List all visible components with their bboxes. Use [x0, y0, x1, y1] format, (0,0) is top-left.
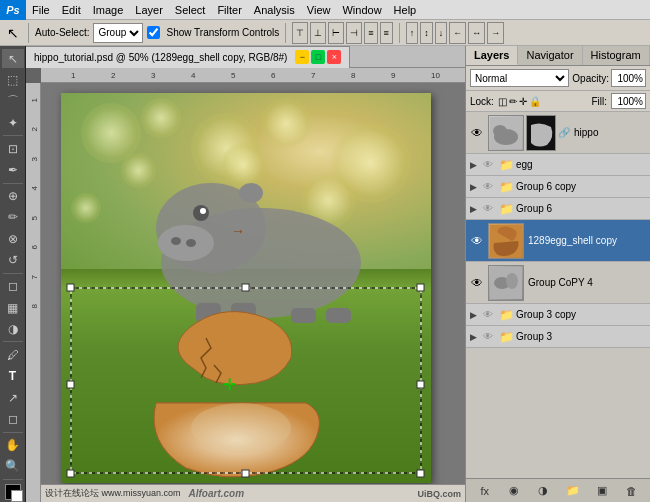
lock-transparent-icon[interactable]: ◫ [498, 96, 507, 107]
sep2 [285, 23, 286, 43]
auto-select-label: Auto-Select: [35, 27, 89, 38]
layer-group-6[interactable]: ▶ 👁 📁 Group 6 [466, 198, 650, 220]
group-arrow-3copy: ▶ [470, 310, 477, 320]
menu-layer[interactable]: Layer [129, 0, 169, 20]
layer-visibility-eggshell[interactable]: 👁 [468, 232, 486, 250]
layer-name-egg: egg [516, 159, 533, 170]
layer-mask-btn[interactable]: ◉ [504, 482, 524, 500]
canvas-tab-item[interactable]: hippo_tutorial.psd @ 50% (1289egg_shell … [26, 46, 350, 68]
layer-vis-3[interactable]: 👁 [479, 328, 497, 346]
menu-file[interactable]: File [26, 0, 56, 20]
menu-view[interactable]: View [301, 0, 337, 20]
eyedropper-tool-btn[interactable]: ✒ [2, 160, 24, 179]
layer-list[interactable]: 👁 🔗 hippo [466, 112, 650, 478]
auto-select-dropdown[interactable]: Group Layer [93, 23, 143, 43]
canvas-tab-bar: hippo_tutorial.psd @ 50% (1289egg_shell … [26, 46, 465, 68]
layer-fx-btn[interactable]: fx [475, 482, 495, 500]
image-canvas[interactable]: ✛ → [61, 93, 431, 483]
align-left-btn[interactable]: ⊣ [346, 22, 362, 44]
layer-group-6copy[interactable]: ▶ 👁 📁 Group 6 copy [466, 176, 650, 198]
align-vcenter-btn[interactable]: ⊥ [310, 22, 326, 44]
text-tool-btn[interactable]: T [2, 367, 24, 386]
magic-wand-tool-btn[interactable]: ✦ [2, 113, 24, 132]
canvas-content[interactable]: ✛ → 设计在线论坛 www.missyuan.com Alfoart.com … [41, 83, 465, 502]
menu-window[interactable]: Window [336, 0, 387, 20]
bg-color-swatch[interactable] [11, 490, 23, 502]
path-select-tool-btn[interactable]: ↗ [2, 388, 24, 407]
menu-edit[interactable]: Edit [56, 0, 87, 20]
layer-thumb-hippo [488, 115, 524, 151]
fill-input[interactable] [611, 93, 646, 109]
lasso-tool-btn[interactable]: ⌒ [2, 92, 24, 111]
layer-vis-3copy[interactable]: 👁 [479, 306, 497, 324]
lock-all-icon[interactable]: 🔒 [529, 96, 541, 107]
menu-analysis[interactable]: Analysis [248, 0, 301, 20]
tab-layers[interactable]: Layers [466, 46, 518, 65]
dist-top-btn[interactable]: ↑ [406, 22, 419, 44]
marquee-tool-btn[interactable]: ⬚ [2, 70, 24, 89]
layer-vis-egg[interactable]: 👁 [479, 156, 497, 174]
dist-bottom-btn[interactable]: ↓ [435, 22, 448, 44]
hand-tool-btn[interactable]: ✋ [2, 435, 24, 454]
sep3 [399, 23, 400, 43]
tool-sep-3 [3, 273, 23, 274]
show-transform-checkbox[interactable] [147, 26, 160, 39]
tool-sep-5 [3, 432, 23, 433]
layer-vis-6[interactable]: 👁 [479, 200, 497, 218]
history-brush-tool-btn[interactable]: ↺ [2, 250, 24, 269]
layer-group-btn[interactable]: 📁 [563, 482, 583, 500]
opacity-input[interactable] [611, 69, 646, 87]
pen-tool-btn[interactable]: 🖊 [2, 345, 24, 364]
status-text-center: Alfoart.com [189, 488, 245, 499]
clone-stamp-tool-btn[interactable]: ⊗ [2, 229, 24, 248]
layer-group-3[interactable]: ▶ 👁 📁 Group 3 [466, 326, 650, 348]
menu-select[interactable]: Select [169, 0, 212, 20]
move-tool-icon[interactable]: ↖ [4, 25, 22, 41]
menu-help[interactable]: Help [388, 0, 423, 20]
dist-left-btn[interactable]: ← [449, 22, 466, 44]
window-close-btn[interactable]: × [327, 50, 341, 64]
brush-tool-btn[interactable]: ✏ [2, 208, 24, 227]
layer-item-hippo[interactable]: 👁 🔗 hippo [466, 112, 650, 154]
window-maximize-btn[interactable]: □ [311, 50, 325, 64]
spot-heal-tool-btn[interactable]: ⊕ [2, 187, 24, 206]
tab-histogram[interactable]: Histogram [583, 46, 650, 65]
align-top-btn[interactable]: ⊤ [292, 22, 308, 44]
menu-filter[interactable]: Filter [211, 0, 247, 20]
fg-color-swatch[interactable] [5, 484, 21, 500]
gradient-tool-btn[interactable]: ▦ [2, 298, 24, 317]
blend-mode-select[interactable]: Normal [470, 69, 569, 87]
layer-vis-6copy[interactable]: 👁 [479, 178, 497, 196]
crop-tool-btn[interactable]: ⊡ [2, 139, 24, 158]
align-hcenter-btn[interactable]: ≡ [364, 22, 377, 44]
layer-group-3copy[interactable]: ▶ 👁 📁 Group 3 copy [466, 304, 650, 326]
layer-visibility-group3copy4[interactable]: 👁 [468, 274, 486, 292]
layers-panel-toolbar: fx ◉ ◑ 📁 ▣ 🗑 [466, 478, 650, 502]
dodge-tool-btn[interactable]: ◑ [2, 319, 24, 338]
dist-vcenter-btn[interactable]: ↕ [420, 22, 433, 44]
window-minimize-btn[interactable]: − [295, 50, 309, 64]
canvas-area: hippo_tutorial.psd @ 50% (1289egg_shell … [26, 46, 465, 502]
layer-delete-btn[interactable]: 🗑 [621, 482, 641, 500]
lock-position-icon[interactable]: ✛ [519, 96, 527, 107]
layer-group-egg[interactable]: ▶ 👁 📁 egg [466, 154, 650, 176]
layer-item-group3copy4[interactable]: 👁 Group CoPY 4 [466, 262, 650, 304]
align-right-btn[interactable]: ≡ [380, 22, 393, 44]
move-tool-btn[interactable]: ↖ [2, 49, 24, 68]
shape-tool-btn[interactable]: ◻ [2, 409, 24, 428]
align-bottom-btn[interactable]: ⊢ [328, 22, 344, 44]
tab-navigator[interactable]: Navigator [518, 46, 582, 65]
layer-new-btn[interactable]: ▣ [592, 482, 612, 500]
bokeh-circle [71, 193, 101, 223]
lock-image-icon[interactable]: ✏ [509, 96, 517, 107]
eraser-tool-btn[interactable]: ◻ [2, 277, 24, 296]
layer-adjustment-btn[interactable]: ◑ [533, 482, 553, 500]
opacity-label: Opacity: [572, 73, 609, 84]
layer-visibility-hippo[interactable]: 👁 [468, 124, 486, 142]
zoom-tool-btn[interactable]: 🔍 [2, 457, 24, 476]
layer-item-eggshell[interactable]: 👁 1289egg_shell copy [466, 220, 650, 262]
menu-image[interactable]: Image [87, 0, 130, 20]
dist-right-btn[interactable]: → [487, 22, 504, 44]
layer-name-hippo: hippo [572, 127, 648, 138]
dist-hcenter-btn[interactable]: ↔ [468, 22, 485, 44]
